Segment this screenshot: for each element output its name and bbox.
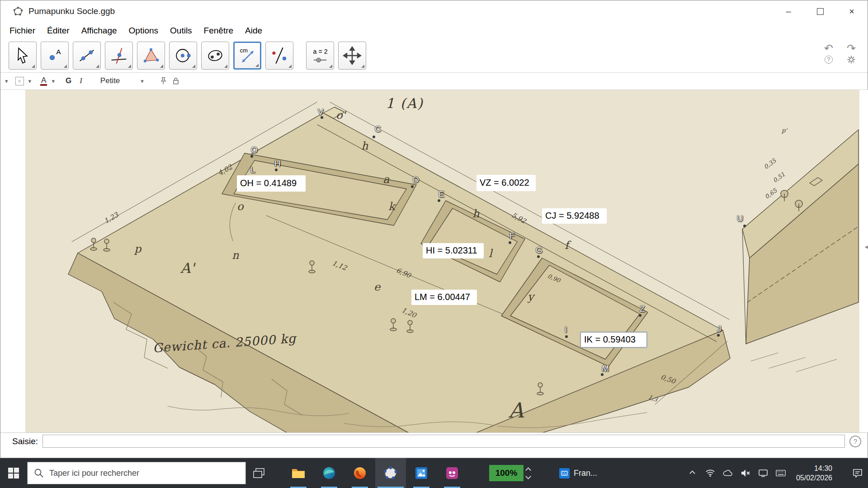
taskbar-photos[interactable] — [406, 458, 437, 488]
menu-fichier[interactable]: Fichier — [9, 26, 35, 36]
photos-icon — [415, 466, 428, 480]
drawing-annotation: A — [509, 398, 524, 422]
ggb-point[interactable] — [639, 314, 642, 317]
ggb-point[interactable] — [537, 255, 540, 258]
ggb-point[interactable] — [743, 225, 746, 227]
bold-button[interactable]: G — [66, 76, 71, 85]
text-size-dropdown[interactable]: Petite ▾ — [100, 76, 144, 85]
input-help-icon[interactable]: ? — [849, 436, 861, 447]
drawing-annotation: k — [388, 200, 395, 213]
display-icon[interactable] — [758, 468, 768, 478]
undo-button[interactable]: ↶ — [824, 43, 833, 54]
menu-editer[interactable]: Éditer — [47, 26, 70, 36]
menu-outils[interactable]: Outils — [170, 26, 192, 36]
taskbar-file-explorer[interactable] — [283, 458, 314, 488]
drawing-annotation: o' — [336, 109, 345, 122]
task-view-button[interactable] — [246, 458, 272, 488]
menu-affichage[interactable]: Affichage — [81, 26, 117, 36]
measurement-HI[interactable]: HI = 5.02311 — [423, 243, 484, 258]
hidden-icons-chevron[interactable] — [688, 468, 698, 478]
zoom-stepper[interactable] — [526, 468, 530, 479]
magnifier-zoom-indicator[interactable]: 100% — [489, 465, 524, 481]
chevron-down-icon — [525, 474, 531, 479]
measurement-LM[interactable]: LM = 6.00447 — [411, 290, 477, 305]
pin-icon[interactable] — [159, 77, 167, 85]
drawing-annotation: 0,50 — [660, 373, 677, 385]
point-label-J[interactable]: J — [717, 324, 722, 334]
ggb-point[interactable] — [438, 199, 440, 202]
point-label-D[interactable]: D — [413, 175, 419, 185]
maximize-button[interactable] — [804, 0, 836, 22]
chevron-down-icon[interactable]: ▾ — [52, 78, 55, 84]
point-label-I[interactable]: I — [565, 325, 567, 335]
tool-point[interactable]: A — [41, 42, 69, 70]
tool-circle[interactable] — [169, 42, 197, 70]
language-indicator[interactable]: Fran... — [559, 468, 597, 479]
ggb-point[interactable] — [411, 185, 414, 188]
taskbar-search[interactable]: Taper ici pour rechercher — [27, 462, 246, 484]
visibility-checkbox-icon[interactable]: × — [15, 77, 24, 85]
wifi-icon[interactable] — [705, 468, 715, 478]
point-label-O[interactable]: O — [251, 145, 258, 155]
tool-perpendicular[interactable] — [105, 42, 133, 70]
start-button[interactable] — [0, 458, 27, 488]
onedrive-cloud-icon[interactable] — [723, 468, 733, 478]
taskbar-app-purple[interactable] — [437, 458, 467, 488]
point-label-L[interactable]: L — [250, 165, 255, 175]
ggb-point[interactable] — [250, 155, 253, 158]
ggb-point[interactable] — [373, 136, 375, 138]
tool-slider[interactable]: a = 2 — [306, 42, 334, 70]
lock-icon[interactable] — [172, 77, 180, 85]
measurement-IK[interactable]: IK = 0.59403 — [580, 332, 647, 347]
menu-options[interactable]: Options — [129, 26, 158, 36]
taskbar-firefox[interactable] — [344, 458, 375, 488]
point-label-E[interactable]: E — [439, 189, 444, 199]
measurement-OH[interactable]: OH = 0.41489 — [237, 175, 306, 192]
input-bar-field[interactable] — [42, 435, 845, 448]
point-label-M[interactable]: M — [602, 364, 609, 374]
close-button[interactable]: × — [836, 0, 868, 22]
panel-collapse-arrow[interactable]: ◂ — [864, 243, 868, 251]
drawing-annotation: 1,20 — [401, 306, 418, 319]
text-color-button[interactable]: A — [40, 76, 47, 86]
action-center-button[interactable] — [853, 468, 863, 478]
title-bar: Pumapunku Socle.ggb – × — [0, 0, 868, 22]
drawing-annotation: p — [134, 243, 141, 255]
point-label-Z[interactable]: Z — [640, 304, 645, 314]
point-label-C[interactable]: C — [375, 124, 381, 134]
ggb-point[interactable] — [717, 334, 720, 337]
touch-keyboard-icon[interactable] — [776, 468, 786, 478]
point-label-H[interactable]: H — [274, 159, 281, 169]
menu-fenetre[interactable]: Fenêtre — [204, 26, 233, 36]
chevron-down-icon[interactable]: ▾ — [28, 78, 32, 84]
minimize-button[interactable]: – — [773, 0, 804, 22]
tool-line[interactable] — [73, 42, 101, 70]
taskbar-clock[interactable]: 14:30 05/02/2026 — [796, 464, 832, 483]
italic-button[interactable]: I — [80, 76, 82, 85]
ggb-point[interactable] — [565, 335, 568, 338]
redo-button[interactable]: ↷ — [847, 43, 856, 54]
tool-reflect[interactable] — [265, 42, 293, 70]
tool-move-graphics-view[interactable] — [338, 42, 366, 70]
graphics-view[interactable]: 1 (A)Gewicht ca. 25000 kgAA'o'hakhlyeonp… — [0, 90, 868, 433]
stylebar-toggle-icon[interactable]: ▾ — [5, 78, 8, 84]
measurement-CJ[interactable]: CJ = 5.92488 — [542, 208, 607, 224]
taskbar-edge[interactable] — [314, 458, 344, 488]
point-label-V[interactable]: V — [318, 107, 324, 117]
menu-aide[interactable]: Aide — [245, 26, 262, 36]
point-label-G[interactable]: G — [536, 245, 542, 255]
tool-conic[interactable] — [201, 42, 229, 70]
ggb-point[interactable] — [509, 241, 511, 244]
tool-move[interactable] — [9, 42, 37, 70]
measurement-VZ[interactable]: VZ = 6.0022 — [476, 175, 536, 191]
settings-gear-icon[interactable] — [847, 56, 855, 64]
tool-polygon[interactable] — [137, 42, 165, 70]
ggb-point[interactable] — [275, 169, 278, 171]
volume-muted-icon[interactable] — [741, 468, 750, 478]
tool-distance[interactable]: cm — [233, 42, 261, 70]
help-icon[interactable]: ? — [825, 56, 833, 64]
taskbar-geogebra[interactable] — [375, 458, 406, 488]
point-label-F[interactable]: F — [509, 231, 515, 241]
point-label-U[interactable]: U — [737, 214, 743, 224]
search-placeholder: Taper ici pour rechercher — [49, 469, 139, 478]
